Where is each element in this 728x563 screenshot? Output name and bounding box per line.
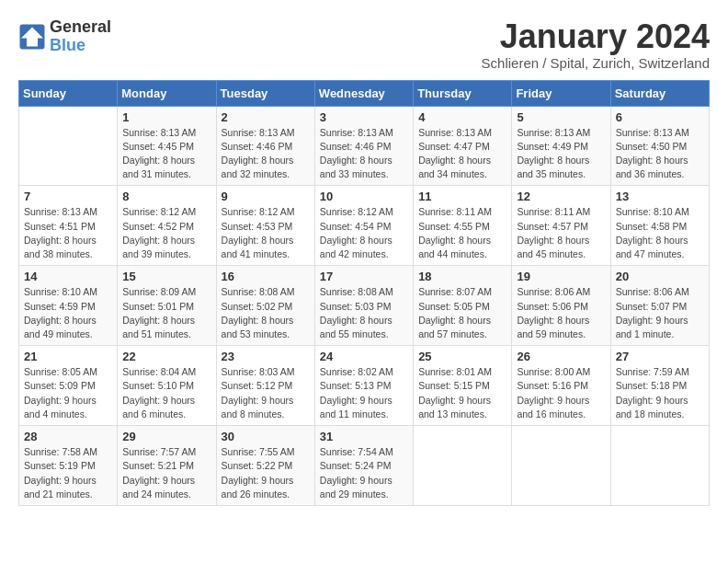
day-info: Sunrise: 8:10 AMSunset: 4:59 PMDaylight:… [24, 285, 112, 341]
day-info: Sunrise: 8:13 AMSunset: 4:45 PMDaylight:… [122, 126, 210, 182]
weekday-header-sunday: Sunday [19, 80, 118, 106]
day-number: 11 [418, 190, 506, 203]
day-info: Sunrise: 8:08 AMSunset: 5:03 PMDaylight:… [320, 285, 408, 341]
calendar-cell: 16Sunrise: 8:08 AMSunset: 5:02 PMDayligh… [216, 266, 314, 346]
day-info: Sunrise: 7:54 AMSunset: 5:24 PMDaylight:… [320, 445, 408, 501]
page-header: General Blue January 2024 Schlieren / Sp… [18, 18, 710, 71]
calendar-cell: 26Sunrise: 8:00 AMSunset: 5:16 PMDayligh… [512, 346, 610, 426]
day-number: 12 [517, 190, 605, 203]
calendar-cell: 7Sunrise: 8:13 AMSunset: 4:51 PMDaylight… [19, 186, 118, 266]
weekday-header-saturday: Saturday [610, 80, 709, 106]
day-info: Sunrise: 8:09 AMSunset: 5:01 PMDaylight:… [122, 285, 210, 341]
calendar-week-row: 7Sunrise: 8:13 AMSunset: 4:51 PMDaylight… [19, 186, 710, 266]
day-info: Sunrise: 8:12 AMSunset: 4:53 PMDaylight:… [222, 205, 310, 261]
calendar-cell: 29Sunrise: 7:57 AMSunset: 5:21 PMDayligh… [118, 426, 216, 506]
day-info: Sunrise: 8:03 AMSunset: 5:12 PMDaylight:… [222, 365, 310, 421]
day-info: Sunrise: 8:13 AMSunset: 4:51 PMDaylight:… [24, 205, 112, 261]
weekday-header-monday: Monday [118, 80, 216, 106]
day-info: Sunrise: 8:10 AMSunset: 4:58 PMDaylight:… [616, 205, 704, 261]
day-info: Sunrise: 8:06 AMSunset: 5:07 PMDaylight:… [616, 285, 704, 341]
day-info: Sunrise: 7:59 AMSunset: 5:18 PMDaylight:… [616, 365, 704, 421]
calendar-cell: 5Sunrise: 8:13 AMSunset: 4:49 PMDaylight… [512, 106, 610, 186]
day-number: 13 [616, 190, 704, 203]
day-number: 29 [122, 430, 210, 443]
calendar-cell: 1Sunrise: 8:13 AMSunset: 4:45 PMDaylight… [118, 106, 216, 186]
calendar-cell: 30Sunrise: 7:55 AMSunset: 5:22 PMDayligh… [216, 426, 314, 506]
logo-icon [18, 23, 46, 51]
day-info: Sunrise: 8:07 AMSunset: 5:05 PMDaylight:… [418, 285, 506, 341]
day-number: 25 [418, 350, 506, 363]
calendar-cell [512, 426, 610, 506]
calendar-cell: 14Sunrise: 8:10 AMSunset: 4:59 PMDayligh… [19, 266, 118, 346]
day-number: 21 [24, 350, 112, 363]
weekday-header-thursday: Thursday [414, 80, 512, 106]
calendar-week-row: 21Sunrise: 8:05 AMSunset: 5:09 PMDayligh… [19, 346, 710, 426]
day-number: 3 [320, 110, 408, 124]
calendar-cell: 13Sunrise: 8:10 AMSunset: 4:58 PMDayligh… [610, 186, 709, 266]
day-info: Sunrise: 8:13 AMSunset: 4:49 PMDaylight:… [517, 126, 605, 182]
day-number: 5 [517, 110, 605, 124]
calendar-cell: 22Sunrise: 8:04 AMSunset: 5:10 PMDayligh… [118, 346, 216, 426]
day-number: 30 [222, 430, 310, 443]
calendar-cell [19, 106, 118, 186]
calendar-cell: 9Sunrise: 8:12 AMSunset: 4:53 PMDaylight… [216, 186, 314, 266]
calendar-cell: 25Sunrise: 8:01 AMSunset: 5:15 PMDayligh… [414, 346, 512, 426]
calendar-cell: 4Sunrise: 8:13 AMSunset: 4:47 PMDaylight… [414, 106, 512, 186]
day-number: 23 [222, 350, 310, 363]
day-info: Sunrise: 8:11 AMSunset: 4:55 PMDaylight:… [418, 205, 506, 261]
day-number: 2 [222, 110, 310, 124]
calendar-week-row: 28Sunrise: 7:58 AMSunset: 5:19 PMDayligh… [19, 426, 710, 506]
day-number: 14 [24, 270, 112, 283]
calendar: SundayMondayTuesdayWednesdayThursdayFrid… [18, 80, 710, 506]
day-info: Sunrise: 8:06 AMSunset: 5:06 PMDaylight:… [517, 285, 605, 341]
day-info: Sunrise: 7:58 AMSunset: 5:19 PMDaylight:… [24, 445, 112, 501]
logo: General Blue [18, 18, 111, 55]
calendar-cell [610, 426, 709, 506]
calendar-cell: 19Sunrise: 8:06 AMSunset: 5:06 PMDayligh… [512, 266, 610, 346]
day-number: 9 [222, 190, 310, 203]
calendar-cell: 10Sunrise: 8:12 AMSunset: 4:54 PMDayligh… [314, 186, 413, 266]
location: Schlieren / Spital, Zurich, Switzerland [482, 55, 710, 71]
day-number: 27 [616, 350, 704, 363]
day-info: Sunrise: 7:57 AMSunset: 5:21 PMDaylight:… [122, 445, 210, 501]
day-number: 19 [517, 270, 605, 283]
day-info: Sunrise: 8:01 AMSunset: 5:15 PMDaylight:… [418, 365, 506, 421]
day-number: 28 [24, 430, 112, 443]
calendar-header: SundayMondayTuesdayWednesdayThursdayFrid… [19, 80, 710, 106]
day-number: 4 [418, 110, 506, 124]
month-title: January 2024 [482, 18, 710, 55]
day-info: Sunrise: 8:12 AMSunset: 4:54 PMDaylight:… [320, 205, 408, 261]
day-number: 18 [418, 270, 506, 283]
day-info: Sunrise: 8:00 AMSunset: 5:16 PMDaylight:… [517, 365, 605, 421]
calendar-cell: 3Sunrise: 8:13 AMSunset: 4:46 PMDaylight… [314, 106, 413, 186]
calendar-cell: 2Sunrise: 8:13 AMSunset: 4:46 PMDaylight… [216, 106, 314, 186]
day-number: 6 [616, 110, 704, 124]
day-info: Sunrise: 8:04 AMSunset: 5:10 PMDaylight:… [122, 365, 210, 421]
calendar-cell: 28Sunrise: 7:58 AMSunset: 5:19 PMDayligh… [19, 426, 118, 506]
calendar-cell: 27Sunrise: 7:59 AMSunset: 5:18 PMDayligh… [610, 346, 709, 426]
day-info: Sunrise: 8:12 AMSunset: 4:52 PMDaylight:… [122, 205, 210, 261]
calendar-cell: 8Sunrise: 8:12 AMSunset: 4:52 PMDaylight… [118, 186, 216, 266]
day-info: Sunrise: 8:13 AMSunset: 4:50 PMDaylight:… [616, 126, 704, 182]
day-number: 24 [320, 350, 408, 363]
day-info: Sunrise: 8:11 AMSunset: 4:57 PMDaylight:… [517, 205, 605, 261]
calendar-cell: 24Sunrise: 8:02 AMSunset: 5:13 PMDayligh… [314, 346, 413, 426]
title-block: January 2024 Schlieren / Spital, Zurich,… [482, 18, 710, 71]
day-info: Sunrise: 8:02 AMSunset: 5:13 PMDaylight:… [320, 365, 408, 421]
day-number: 10 [320, 190, 408, 203]
logo-blue: Blue [50, 37, 111, 55]
calendar-cell: 15Sunrise: 8:09 AMSunset: 5:01 PMDayligh… [118, 266, 216, 346]
calendar-cell: 21Sunrise: 8:05 AMSunset: 5:09 PMDayligh… [19, 346, 118, 426]
day-number: 20 [616, 270, 704, 283]
calendar-cell: 31Sunrise: 7:54 AMSunset: 5:24 PMDayligh… [314, 426, 413, 506]
day-number: 17 [320, 270, 408, 283]
weekday-header-row: SundayMondayTuesdayWednesdayThursdayFrid… [19, 80, 710, 106]
logo-general: General [50, 18, 111, 37]
day-info: Sunrise: 8:05 AMSunset: 5:09 PMDaylight:… [24, 365, 112, 421]
weekday-header-friday: Friday [512, 80, 610, 106]
calendar-cell [414, 426, 512, 506]
calendar-week-row: 1Sunrise: 8:13 AMSunset: 4:45 PMDaylight… [19, 106, 710, 186]
logo-text: General Blue [50, 18, 111, 55]
day-number: 7 [24, 190, 112, 203]
weekday-header-wednesday: Wednesday [314, 80, 413, 106]
